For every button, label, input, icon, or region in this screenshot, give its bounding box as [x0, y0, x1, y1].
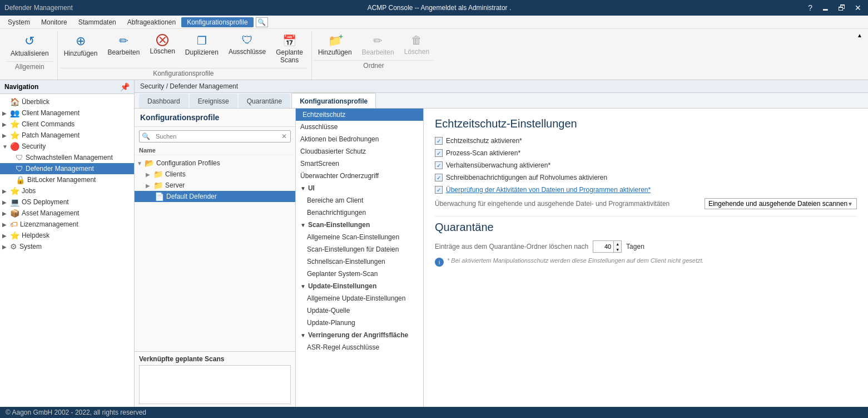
ribbon-loeschen-button[interactable]: ✕ Löschen [146, 31, 178, 67]
settings-item-update-quelle[interactable]: Update-Quelle [296, 304, 423, 317]
setting-row-ueberpruefung: Überprüfung der Aktivitäten von Dateien … [435, 186, 857, 194]
sidebar-label-schwachstellen: Schwachstellen Management [26, 154, 113, 161]
tab-dashboard-label: Dashboard [147, 97, 180, 105]
shield-ribbon-icon: 🛡 [242, 34, 253, 47]
restore-button[interactable]: 🗗 [836, 3, 848, 12]
menu-konfigurationsprofile[interactable]: Konfigurationsprofile [181, 17, 253, 27]
close-button[interactable]: ✕ [852, 3, 864, 12]
konfig-tree-server[interactable]: ▶ 📁 Server [135, 180, 295, 191]
settings-item-schnellscan[interactable]: Schnellscan-Einstellungen [296, 255, 423, 268]
sidebar-label-client-management: Client Management [22, 109, 80, 117]
settings-item-allgemeine-scan[interactable]: Allgemeine Scan-Einstellungen [296, 231, 423, 243]
tab-quarantaene[interactable]: Quarantäne [239, 94, 290, 108]
sidebar-item-client-management[interactable]: ▶ 👥 Client Management [0, 107, 134, 119]
menu-system[interactable]: System [2, 17, 36, 27]
checkbox-verhaltens[interactable] [435, 161, 443, 169]
ribbon-hinzufuegen-button[interactable]: ⊕ Hinzufügen [60, 31, 102, 67]
ribbon-geplante-scans-label: GeplanteScans [276, 48, 303, 64]
checkbox-echtzeitschutz[interactable] [435, 137, 443, 145]
settings-item-asr-regel[interactable]: ASR-Regel Ausschlüsse [296, 341, 423, 353]
spinner-down-button[interactable]: ▼ [614, 247, 621, 252]
sidebar-item-schwachstellen[interactable]: 🛡 Schwachstellen Management [0, 152, 134, 163]
sidebar-item-ueberblick[interactable]: 🏠 Überblick [0, 96, 134, 107]
folder-delete-icon: 🗑 [411, 34, 422, 47]
tab-ereignisse[interactable]: Ereignisse [190, 94, 237, 108]
detail-panel: Echtzeitschutz-Einstellungen Echtzeitsch… [424, 109, 868, 407]
menu-abfrageaktionen[interactable]: Abfrageaktionen [122, 17, 181, 27]
settings-item-update-einstellungen[interactable]: ▼ Update-Einstellungen [296, 280, 423, 292]
breadcrumb-text: Security / Defender Management [140, 82, 238, 90]
ribbon-ordner-loeschen-label: Löschen [404, 48, 429, 56]
sidebar-item-jobs[interactable]: ▶ ⭐ Jobs [0, 185, 134, 196]
sidebar-item-bitlocker[interactable]: 🔒 BitLocker Management [0, 174, 134, 185]
sidebar-item-patch-management[interactable]: ▶ ⭐ Patch Management [0, 130, 134, 141]
ribbon-ordner-bearbeiten-button[interactable]: ✏ Bearbeiten [358, 31, 398, 59]
ribbon-duplizieren-button[interactable]: ❐ Duplizieren [181, 31, 222, 67]
title-bar-app-name: Defender Management [4, 4, 73, 12]
navigation-label: Navigation [4, 83, 38, 91]
star-icon-cc: ⭐ [10, 120, 19, 129]
ribbon-group-konfig: ⊕ Hinzufügen ✏ Bearbeiten ✕ Löschen ❐ Du… [58, 31, 312, 80]
konfig-tree-config-profiles[interactable]: ▼ 📂 Configuration Profiles [135, 158, 295, 169]
sidebar-label-client-commands: Client Commands [22, 120, 75, 128]
home-icon: 🏠 [10, 97, 19, 106]
ribbon-collapse-button[interactable]: ▲ [856, 31, 864, 40]
settings-item-ordnerzugriff[interactable]: Überwachter Ordnerzugriff [296, 170, 423, 182]
ribbon-aktualisieren-button[interactable]: ↺ Aktualisieren [7, 31, 53, 60]
settings-label-scan-dateien: Scan-Einstellungen für Dateien [307, 245, 399, 253]
ribbon-ordner-loeschen-button[interactable]: 🗑 Löschen [400, 31, 433, 59]
settings-item-cloud[interactable]: Cloudbasierter Schutz [296, 145, 423, 158]
ribbon-ordner-hinzufuegen-button[interactable]: 📁+ Hinzufügen [314, 31, 356, 59]
pc-icon: 💻 [10, 198, 19, 206]
ribbon-ausschluesse-button[interactable]: 🛡 Ausschlüsse [225, 31, 270, 67]
sidebar-label-lizenzmanagement: Lizenzmanagement [20, 220, 78, 228]
sidebar-pin-icon[interactable]: 📌 [120, 82, 130, 91]
settings-item-echtzeitschutz[interactable]: Echtzeitschutz [296, 109, 423, 121]
settings-item-ui[interactable]: ▼ UI [296, 182, 423, 194]
settings-item-scan-dateien[interactable]: Scan-Einstellungen für Dateien [296, 243, 423, 255]
konfig-tree-clients[interactable]: ▶ 📁 Clients [135, 169, 295, 180]
settings-item-smartscreen[interactable]: SmartScreen [296, 158, 423, 170]
sidebar-item-helpdesk[interactable]: ▶ ⭐ Helpdesk [0, 230, 134, 241]
konfig-tree-default-defender[interactable]: 📄 Default Defender [135, 191, 295, 202]
settings-item-aktionen[interactable]: Aktionen bei Bedrohungen [296, 133, 423, 145]
sidebar-item-client-commands[interactable]: ▶ ⭐ Client Commands [0, 119, 134, 130]
settings-item-angriffsflaeche[interactable]: ▼ Verringerung der Angriffsfläche [296, 329, 423, 341]
help-button[interactable]: ? [806, 3, 815, 12]
sidebar-item-asset-management[interactable]: ▶ 📦 Asset Management [0, 208, 134, 219]
spinner-up-button[interactable]: ▲ [614, 241, 621, 247]
sidebar-item-defender[interactable]: 🛡 Defender Management [0, 163, 134, 174]
settings-item-bereiche[interactable]: Bereiche am Client [296, 194, 423, 206]
settings-item-ausschluesse[interactable]: Ausschlüsse [296, 121, 423, 133]
menu-stammdaten[interactable]: Stammdaten [73, 17, 122, 27]
menu-monitore[interactable]: Monitore [36, 17, 73, 27]
checkbox-schreibben[interactable] [435, 174, 443, 181]
ribbon-geplante-scans-button[interactable]: 📅 GeplanteScans [272, 31, 307, 67]
quarantine-value-input[interactable] [593, 243, 613, 250]
tab-dashboard[interactable]: Dashboard [139, 94, 189, 108]
sidebar-item-system[interactable]: ▶ ⚙ System [0, 241, 134, 252]
shield-icon-sw: 🛡 [16, 153, 23, 162]
sidebar-item-security[interactable]: ▼ 🔴 Security [0, 141, 134, 152]
sidebar-label-system: System [19, 243, 42, 250]
expand-icon-update: ▼ [300, 283, 306, 289]
minimize-button[interactable]: 🗕 [819, 3, 831, 12]
settings-item-benachrichtigungen[interactable]: Benachrichtigungen [296, 206, 423, 219]
sidebar-item-os-deployment[interactable]: ▶ 💻 OS Deployment [0, 196, 134, 208]
title-bar: Defender Management ACMP Console -- Ange… [0, 0, 868, 16]
monitor-dropdown[interactable]: Eingehende und ausgehende Dateien scanne… [705, 198, 857, 209]
settings-item-scan-einstellungen[interactable]: ▼ Scan-Einstellungen [296, 219, 423, 231]
settings-item-update-planung[interactable]: Update-Planung [296, 317, 423, 329]
checkbox-prozess-scan[interactable] [435, 149, 443, 157]
menu-search-button[interactable]: 🔍 [256, 17, 268, 27]
info-row: i * Bei aktiviertem Manipulationsschutz … [435, 257, 857, 267]
settings-item-allgemeine-update[interactable]: Allgemeine Update-Einstellungen [296, 292, 423, 304]
search-input[interactable] [152, 131, 278, 141]
settings-item-geplanter-scan[interactable]: Geplanter System-Scan [296, 268, 423, 280]
ribbon-buttons-allgemein: ↺ Aktualisieren [7, 31, 53, 60]
checkbox-ueberpruefung[interactable] [435, 186, 443, 194]
ribbon-bearbeiten-button[interactable]: ✏ Bearbeiten [103, 31, 143, 67]
sidebar-item-lizenzmanagement[interactable]: ▶ 🏷 Lizenzmanagement [0, 219, 134, 230]
search-clear-button[interactable]: ✕ [278, 131, 290, 142]
tab-konfigurationsprofile[interactable]: Konfigurationsprofile [291, 93, 376, 108]
